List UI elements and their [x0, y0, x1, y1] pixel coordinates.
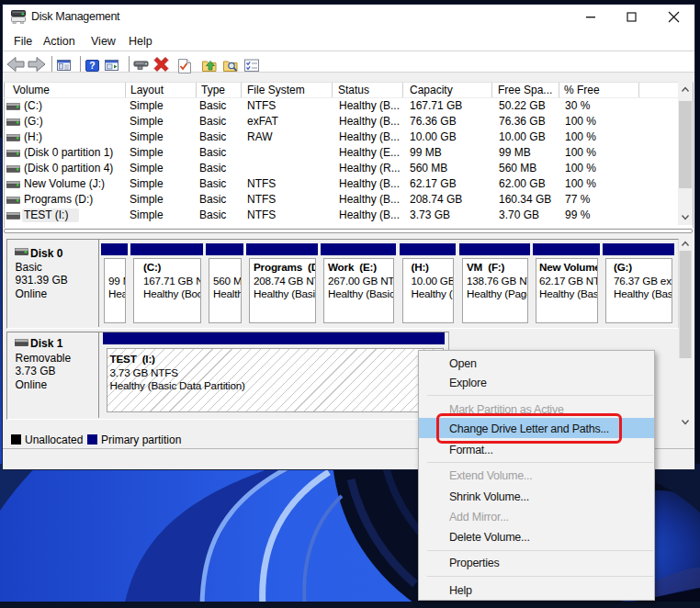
svg-text:?: ? [89, 60, 95, 71]
